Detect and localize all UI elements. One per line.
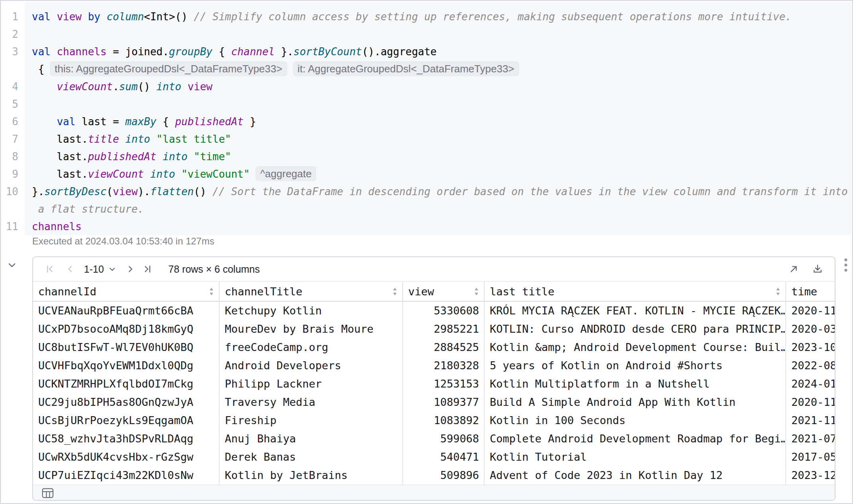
download-icon[interactable]	[811, 262, 824, 276]
column-header-view[interactable]: view	[403, 282, 485, 301]
table-cell[interactable]: Android Developers	[220, 357, 403, 375]
table-cell[interactable]: Build A Simple Android App With Kotlin	[485, 393, 786, 411]
table-cell[interactable]: 2180328	[403, 357, 485, 375]
table-cell[interactable]: 5330608	[403, 302, 485, 320]
table-cell[interactable]: 2017-05-	[786, 448, 835, 466]
table-cell[interactable]: UC58_wzhvJta3hDSPvRLDAqg	[33, 430, 220, 448]
column-header-channelTitle[interactable]: channelTitle	[220, 282, 403, 301]
line-number: 11	[1, 218, 21, 235]
code-token: (	[107, 186, 113, 198]
code-line[interactable]: 9 last.viewCount into "viewCount"^aggreg…	[1, 165, 853, 183]
first-page-button[interactable]	[45, 264, 55, 274]
table-cell[interactable]: 2020-03-	[786, 320, 835, 338]
table-cell[interactable]: UCKNTZMRHPLXfqlbdOI7mCkg	[33, 375, 220, 393]
code-line[interactable]: 8 last.publishedAt into "time"	[1, 148, 853, 165]
table-cell[interactable]: Fireship	[220, 411, 403, 430]
column-header-time[interactable]: time	[786, 282, 835, 301]
next-page-button[interactable]	[125, 264, 136, 274]
code-token: // Sort the DataFrame in descending orde…	[212, 186, 848, 198]
table-cell[interactable]: UCVEANauRpBFEuaQrmt66cBA	[33, 302, 220, 320]
code-line[interactable]: 11channels	[1, 218, 853, 235]
code-line[interactable]: 7 last.title into "last title"	[1, 130, 853, 148]
table-cell[interactable]: freeCodeCamp.org	[220, 338, 403, 357]
table-cell[interactable]: 2884525	[403, 338, 485, 357]
table-cell[interactable]: 2985221	[403, 320, 485, 338]
output-collapse-chevron-icon[interactable]	[6, 260, 19, 271]
output-options-kebab-icon[interactable]	[843, 258, 850, 275]
code-line[interactable]: 6 val last = maxBy { publishedAt }	[1, 113, 853, 130]
inlay-hint-badge: it: AggregateGroupedDsl<_DataFrameType33…	[293, 61, 519, 76]
notebook-screen: 1val view by column<Int>() // Simplify c…	[0, 0, 853, 504]
code-line[interactable]: 1val view by column<Int>() // Simplify c…	[1, 8, 853, 25]
table-cell[interactable]: Advent of Code 2023 in Kotlin Day 12	[485, 466, 786, 485]
table-cell[interactable]: UC29ju8bIPH5as8OGnQzwJyA	[33, 393, 220, 411]
table-cell[interactable]: Anuj Bhaiya	[220, 430, 403, 448]
table-cell[interactable]: Kotlin by JetBrains	[220, 466, 403, 485]
table-cell[interactable]: UCP7uiEZIqci43m22KDl0sNw	[33, 466, 220, 485]
table-cell[interactable]: 540471	[403, 448, 485, 466]
code-line[interactable]: 3val channels = joined.groupBy { channel…	[1, 43, 853, 60]
table-cell[interactable]: 2023-10-	[786, 338, 835, 357]
code-token: into	[125, 133, 150, 145]
page-range-dropdown[interactable]: 1-10	[84, 264, 117, 275]
code-line[interactable]: {this: AggregateGroupedDsl<_DataFrameTyp…	[1, 60, 853, 78]
last-page-button[interactable]	[142, 264, 152, 274]
table-cell[interactable]: UC8butISFwT-Wl7EV0hUK0BQ	[33, 338, 220, 357]
table-cell[interactable]: UCsBjURrPoezykLs9EqgamOA	[33, 411, 220, 430]
table-cell[interactable]: 2020-11-	[786, 302, 835, 320]
table-cell[interactable]: UCxPD7bsocoAMq8Dj18kmGyQ	[33, 320, 220, 338]
table-view-icon[interactable]	[42, 488, 54, 498]
code-token	[32, 81, 57, 93]
line-number: 7	[1, 130, 21, 148]
code-token	[181, 81, 188, 93]
table-cell[interactable]: 509896	[403, 466, 485, 485]
code-line[interactable]: 4 viewCount.sum() into view	[1, 78, 853, 95]
table-cell[interactable]: 1253153	[403, 375, 485, 393]
open-in-new-window-icon[interactable]	[787, 262, 800, 276]
line-number: 4	[1, 78, 21, 95]
table-cell[interactable]: MoureDev by Brais Moure	[220, 320, 403, 338]
code-editor[interactable]: 1val view by column<Int>() // Simplify c…	[1, 8, 853, 235]
code-content: a flat structure.	[32, 200, 144, 218]
column-header-label: time	[791, 285, 817, 298]
code-token: }.	[32, 186, 44, 198]
code-line[interactable]: 10}.sortByDesc(view).flatten() // Sort t…	[1, 183, 853, 200]
table-row: UCxPD7bsocoAMq8Dj18kmGyQMoureDev by Brai…	[33, 320, 835, 338]
table-dimensions-label: 78 rows × 6 columns	[168, 264, 260, 275]
table-cell[interactable]: 2023-12-	[786, 466, 835, 485]
table-cell[interactable]: KRÓL MYCIA RĄCZEK FEAT. KOTLIN - MYCIE R…	[485, 302, 786, 320]
table-cell[interactable]: 5 years of Kotlin on Android #Shorts	[485, 357, 786, 375]
table-cell[interactable]: UCVHFbqXqoYvEWM1Ddxl0QDg	[33, 357, 220, 375]
code-line[interactable]: a flat structure.	[1, 200, 853, 218]
table-cell[interactable]: 2022-08-	[786, 357, 835, 375]
table-cell[interactable]: Kotlin &amp; Android Development Course:…	[485, 338, 786, 357]
table-cell[interactable]: Ketchupy Kotlin	[220, 302, 403, 320]
code-token	[32, 116, 57, 128]
sort-arrows-icon	[775, 286, 781, 297]
table-cell[interactable]: 1083892	[403, 411, 485, 430]
table-cell[interactable]: Kotlin in 100 Seconds	[485, 411, 786, 430]
code-content: channels	[32, 218, 82, 235]
table-cell[interactable]: 2020-11-	[786, 393, 835, 411]
previous-page-button[interactable]	[65, 264, 75, 274]
code-token: "time"	[194, 151, 231, 163]
table-cell[interactable]: UCwRXb5dUK4cvsHbx-rGzSgw	[33, 448, 220, 466]
line-number: 5	[1, 95, 21, 113]
table-cell[interactable]: 599068	[403, 430, 485, 448]
code-token: ).	[138, 186, 150, 198]
table-cell[interactable]: KOTLIN: Curso ANDROID desde CERO para PR…	[485, 320, 786, 338]
table-cell[interactable]: 2021-11-	[786, 411, 835, 430]
table-cell[interactable]: Complete Android Development Roadmap for…	[485, 430, 786, 448]
column-header-channelId[interactable]: channelId	[33, 282, 220, 301]
table-cell[interactable]: Derek Banas	[220, 448, 403, 466]
code-line[interactable]: 5	[1, 95, 853, 113]
table-cell[interactable]: Kotlin Multiplatform in a Nutshell	[485, 375, 786, 393]
table-cell[interactable]: 1089377	[403, 393, 485, 411]
table-cell[interactable]: 2024-01-	[786, 375, 835, 393]
table-cell[interactable]: Kotlin Tutorial	[485, 448, 786, 466]
column-header-last-title[interactable]: last title	[485, 282, 786, 301]
table-cell[interactable]: Philipp Lackner	[220, 375, 403, 393]
table-cell[interactable]: 2021-07-	[786, 430, 835, 448]
code-line[interactable]: 2	[1, 25, 853, 43]
table-cell[interactable]: Traversy Media	[220, 393, 403, 411]
